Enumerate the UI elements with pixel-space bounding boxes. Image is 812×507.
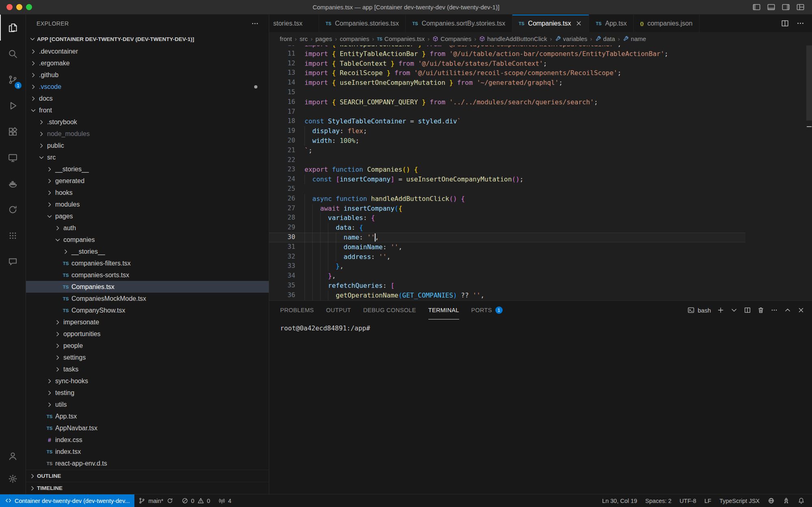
- tree-item-testing[interactable]: testing: [26, 387, 269, 399]
- tree-item-tasks[interactable]: tasks: [26, 363, 269, 375]
- status-encoding[interactable]: UTF-8: [676, 494, 700, 507]
- activity-item-live-share[interactable]: [0, 196, 26, 222]
- tree-item-index-css[interactable]: #index.css: [26, 434, 269, 446]
- breadcrumb-item-companies[interactable]: companies: [340, 35, 369, 42]
- tree-item-pages[interactable]: pages: [26, 210, 269, 222]
- activity-item-settings[interactable]: [0, 467, 26, 490]
- tree-item-generated[interactable]: generated: [26, 175, 269, 187]
- code-line-17[interactable]: 17: [269, 107, 745, 117]
- tree-item-stories[interactable]: __stories__: [26, 163, 269, 175]
- code-line-23[interactable]: 23export function Companies() {: [269, 165, 745, 175]
- panel-action-more-actions[interactable]: [771, 306, 778, 314]
- code-line-36[interactable]: 36 getOperationName(GET_COMPANIES) ?? ''…: [269, 291, 745, 300]
- code-line-12[interactable]: 12import { TableContext } from '@/ui/tab…: [269, 59, 745, 69]
- tree-item-companyshow-tsx[interactable]: TSCompanyShow.tsx: [26, 304, 269, 316]
- sidebar-section-outline[interactable]: OUTLINE: [26, 470, 269, 482]
- code-line-20[interactable]: 20 width: 100%;: [269, 136, 745, 146]
- tree-item-people[interactable]: people: [26, 340, 269, 352]
- code-line-35[interactable]: 35 refetchQueries: [: [269, 281, 745, 291]
- tab-companies-sortby-stories-tsx[interactable]: TSCompanies.sortBy.stories.tsx: [406, 15, 512, 32]
- code-line-14[interactable]: 14import { useInsertOneCompanyMutation }…: [269, 78, 745, 88]
- code-line-29[interactable]: 29 data: {: [269, 223, 745, 233]
- breadcrumb-item-data[interactable]: data: [595, 35, 615, 42]
- terminal[interactable]: root@0a42ecd84891:/app#: [269, 319, 812, 332]
- toggle-primary-sidebar-icon[interactable]: [752, 3, 761, 11]
- zoom-window-button[interactable]: [26, 4, 32, 10]
- tab-app-tsx[interactable]: TSApp.tsx: [589, 15, 633, 32]
- tree-item-vscode[interactable]: .vscode: [26, 81, 269, 93]
- code-line-24[interactable]: 24 const [insertCompany] = useInsertOneC…: [269, 175, 745, 184]
- tree-item-sync-hooks[interactable]: sync-hooks: [26, 375, 269, 387]
- activity-item-docker[interactable]: [0, 170, 26, 196]
- tree-item-stories[interactable]: __stories__: [26, 246, 269, 257]
- panel-action-split-terminal[interactable]: [744, 306, 751, 314]
- tree-item-storybook[interactable]: .storybook: [26, 116, 269, 128]
- tree-item-src[interactable]: src: [26, 151, 269, 163]
- code-line-27[interactable]: 27 await insertCompany({: [269, 204, 745, 214]
- tree-item-companies-tsx[interactable]: TSCompanies.tsx: [26, 281, 269, 293]
- sidebar-section-timeline[interactable]: TIMELINE: [26, 482, 269, 494]
- code-line-18[interactable]: 18const StyledTableContainer = styled.di…: [269, 117, 745, 126]
- code-line-16[interactable]: 16import { SEARCH_COMPANY_QUERY } from '…: [269, 97, 745, 107]
- breadcrumb-item-front[interactable]: front: [280, 35, 292, 42]
- tree-item-react-app-env-d-ts[interactable]: TSreact-app-env.d.ts: [26, 457, 269, 469]
- code-line-11[interactable]: 11import { EntityTableActionBar } from '…: [269, 49, 745, 59]
- breadcrumb-item-handleaddbuttonclick[interactable]: handleAddButtonClick: [479, 35, 547, 42]
- activity-item-search[interactable]: [0, 41, 26, 67]
- activity-item-extensions[interactable]: [0, 119, 26, 145]
- editor-more-actions-icon[interactable]: [796, 19, 805, 28]
- tree-item-modules[interactable]: modules: [26, 198, 269, 210]
- code-line-34[interactable]: 34 },: [269, 271, 745, 281]
- panel-tab-terminal[interactable]: TERMINAL: [428, 301, 459, 319]
- breadcrumb-item-pages[interactable]: pages: [315, 35, 332, 42]
- tab-companies-tsx[interactable]: TSCompanies.tsx: [512, 15, 590, 32]
- tab-companies-stories-tsx[interactable]: TSCompanies.stories.tsx: [319, 15, 406, 32]
- status-indentation[interactable]: Spaces: 2: [641, 494, 676, 507]
- code-line-19[interactable]: 19 display: flex;: [269, 126, 745, 136]
- activity-item-run-debug[interactable]: [0, 93, 26, 119]
- code-line-15[interactable]: 15: [269, 88, 745, 97]
- panel-action-close-panel[interactable]: [797, 306, 805, 314]
- status-live-preview[interactable]: [764, 494, 779, 507]
- activity-item-chat[interactable]: [0, 248, 26, 274]
- editor-scrollbar[interactable]: [806, 45, 812, 300]
- customize-layout-icon[interactable]: [796, 3, 805, 11]
- tree-item-auth[interactable]: auth: [26, 222, 269, 234]
- tree-item-ergomake[interactable]: .ergomake: [26, 57, 269, 69]
- panel-tab-debug-console[interactable]: DEBUG CONSOLE: [363, 301, 416, 319]
- tree-item-docs[interactable]: docs: [26, 93, 269, 104]
- tree-item-appnavbar-tsx[interactable]: TSAppNavbar.tsx: [26, 422, 269, 434]
- tab-companies-json[interactable]: {}companies.json: [634, 15, 700, 32]
- code-line-13[interactable]: 13import { RecoilScope } from '@/ui/util…: [269, 68, 745, 78]
- panel-action-shell-select[interactable]: bash: [687, 306, 711, 314]
- breadcrumb-item-companies[interactable]: Companies: [432, 35, 471, 42]
- minimize-window-button[interactable]: [16, 4, 22, 10]
- close-tab-icon[interactable]: [575, 20, 582, 27]
- tree-item-app-tsx[interactable]: TSApp.tsx: [26, 410, 269, 422]
- tree-item-devcontainer[interactable]: .devcontainer: [26, 45, 269, 57]
- activity-item-accounts[interactable]: [0, 444, 26, 467]
- scrollbar-thumb[interactable]: [806, 45, 812, 121]
- breadcrumb-item-name[interactable]: name: [623, 35, 646, 42]
- tree-item-companies[interactable]: companies: [26, 234, 269, 246]
- breadcrumb-item-companies-tsx[interactable]: TSCompanies.tsx: [377, 35, 425, 42]
- close-window-button[interactable]: [6, 4, 13, 10]
- status-language-mode[interactable]: TypeScript JSX: [715, 494, 764, 507]
- panel-action-kill-terminal[interactable]: [757, 306, 764, 314]
- code-line-26[interactable]: 26 async function handleAddButtonClick()…: [269, 194, 745, 204]
- status-cursor-position[interactable]: Ln 30, Col 19: [598, 494, 641, 507]
- tab-stories-tsx[interactable]: stories.tsx: [269, 15, 319, 32]
- code-line-22[interactable]: 22: [269, 155, 745, 165]
- status-eol[interactable]: LF: [700, 494, 715, 507]
- tree-item-public[interactable]: public: [26, 140, 269, 151]
- code-line-10[interactable]: 10import { WithTopBarContainer } from '@…: [269, 45, 745, 49]
- code-line-30[interactable]: 30 name: '',: [269, 233, 745, 242]
- split-editor-icon[interactable]: [781, 19, 789, 28]
- code-line-32[interactable]: 32 address: '',: [269, 252, 745, 262]
- tree-item-settings[interactable]: settings: [26, 352, 269, 363]
- activity-item-remote-explorer[interactable]: [0, 145, 26, 170]
- activity-item-explorer[interactable]: [0, 15, 26, 41]
- panel-action-new-terminal[interactable]: [717, 306, 724, 314]
- status-git-branch[interactable]: main*: [134, 494, 177, 507]
- minimap[interactable]: [745, 45, 806, 300]
